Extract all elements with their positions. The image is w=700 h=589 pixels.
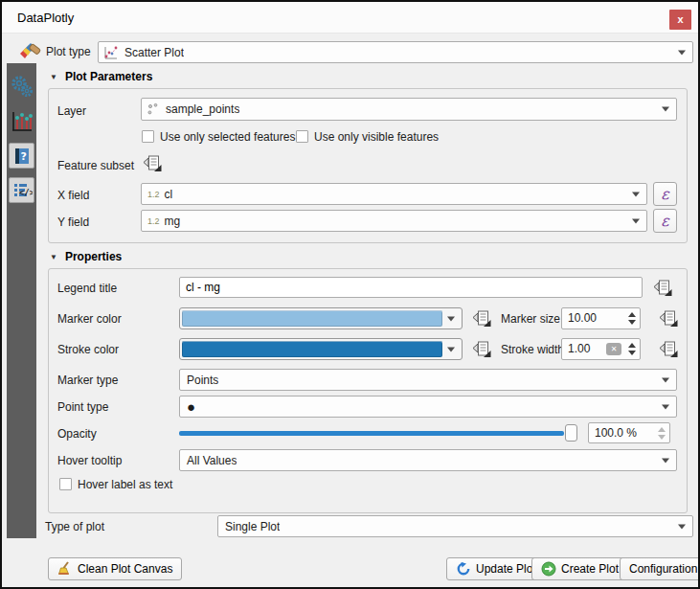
create-plot-button[interactable]: Create Plot bbox=[531, 557, 628, 580]
use-selected-features-label: Use only selected features bbox=[160, 129, 295, 145]
legend-title-data-defined-button[interactable] bbox=[651, 278, 674, 299]
spin-up-icon[interactable] bbox=[628, 343, 636, 348]
marker-type-select[interactable]: Points bbox=[179, 369, 677, 391]
use-visible-features-checkbox[interactable] bbox=[296, 130, 308, 143]
layer-select[interactable]: sample_points bbox=[141, 98, 677, 121]
feature-subset-expression-button[interactable] bbox=[141, 153, 164, 174]
plot-chart-icon[interactable] bbox=[9, 108, 34, 134]
stroke-width-label: Stroke width bbox=[501, 342, 564, 357]
x-field-expression-button[interactable]: ε bbox=[653, 182, 677, 206]
spin-down-icon[interactable] bbox=[658, 435, 666, 440]
svg-text:</>: </> bbox=[18, 188, 32, 197]
properties-header[interactable]: ▼Properties bbox=[50, 250, 122, 263]
clear-value-icon[interactable]: ✕ bbox=[606, 343, 621, 355]
point-type-value: ● bbox=[180, 399, 195, 414]
clean-plot-canvas-label: Clean Plot Canvas bbox=[78, 562, 172, 576]
stroke-color-label: Stroke color bbox=[57, 342, 119, 357]
data-defined-icon bbox=[141, 153, 164, 174]
marker-size-spinbox[interactable]: 10.00 bbox=[561, 307, 641, 329]
data-defined-icon bbox=[651, 278, 674, 299]
layer-label: Layer bbox=[57, 103, 86, 119]
update-plot-label: Update Plot bbox=[476, 562, 536, 576]
chevron-down-icon bbox=[678, 50, 686, 55]
x-field-label: X field bbox=[57, 188, 89, 203]
stroke-color-swatch bbox=[182, 341, 442, 357]
svg-text:?: ? bbox=[20, 150, 26, 163]
legend-title-input[interactable] bbox=[179, 277, 643, 298]
help-book-icon[interactable]: ? bbox=[9, 143, 34, 169]
plot-type-label: Plot type bbox=[46, 44, 91, 59]
go-arrow-icon bbox=[541, 561, 556, 577]
hover-label-as-text-label: Hover label as text bbox=[78, 477, 172, 492]
type-of-plot-label: Type of plot bbox=[45, 519, 104, 534]
stroke-width-value: 1.00 bbox=[568, 339, 590, 359]
stroke-color-button[interactable] bbox=[179, 338, 463, 360]
refresh-icon bbox=[456, 561, 471, 577]
y-field-expression-button[interactable]: ε bbox=[653, 209, 677, 233]
configuration-button[interactable]: Configuration bbox=[620, 557, 700, 580]
chevron-down-icon bbox=[632, 192, 640, 196]
plot-parameters-header[interactable]: ▼Plot Parameters bbox=[50, 70, 152, 83]
window-title: DataPlotly bbox=[17, 2, 74, 34]
x-field-value: cl bbox=[160, 188, 173, 201]
configuration-label: Configuration bbox=[629, 562, 697, 576]
spin-down-icon[interactable] bbox=[628, 320, 636, 325]
spin-down-icon[interactable] bbox=[628, 351, 636, 355]
marker-size-data-defined-button[interactable] bbox=[657, 308, 680, 329]
titlebar[interactable]: DataPlotly x bbox=[2, 2, 698, 34]
hover-tooltip-select[interactable]: All Values bbox=[179, 449, 677, 471]
point-type-select[interactable]: ● bbox=[179, 396, 677, 418]
gears-icon[interactable] bbox=[9, 74, 34, 100]
opacity-slider-track[interactable] bbox=[179, 431, 564, 436]
spin-buttons bbox=[624, 308, 640, 328]
paintbrush-icon bbox=[17, 40, 43, 63]
hover-label-as-text-checkbox[interactable] bbox=[59, 478, 72, 490]
spin-up-icon[interactable] bbox=[658, 427, 666, 432]
close-button[interactable]: x bbox=[669, 10, 691, 30]
y-field-select[interactable]: 1.2 mg bbox=[141, 210, 647, 232]
stroke-width-spinbox[interactable]: 1.00 ✕ bbox=[561, 338, 641, 360]
use-selected-features-checkbox[interactable] bbox=[142, 130, 154, 143]
plot-type-value: Scatter Plot bbox=[119, 46, 184, 59]
marker-color-button[interactable] bbox=[179, 307, 463, 329]
data-defined-icon bbox=[657, 308, 680, 329]
decimal-field-icon: 1.2 bbox=[142, 190, 160, 199]
code-icon[interactable]: </> bbox=[9, 177, 34, 203]
y-field-label: Y field bbox=[57, 215, 89, 230]
spin-buttons bbox=[654, 423, 669, 442]
spin-buttons bbox=[624, 339, 640, 359]
data-defined-icon bbox=[470, 308, 493, 329]
opacity-slider[interactable] bbox=[179, 423, 577, 442]
type-of-plot-value: Single Plot bbox=[218, 520, 280, 533]
opacity-spinbox[interactable]: 100.0 % bbox=[588, 422, 670, 443]
chevron-down-icon bbox=[632, 218, 640, 223]
marker-type-label: Marker type bbox=[57, 373, 118, 388]
chevron-down-icon bbox=[662, 377, 669, 382]
opacity-slider-handle[interactable] bbox=[565, 424, 577, 442]
chevron-down-icon bbox=[678, 524, 686, 529]
data-defined-icon bbox=[657, 339, 680, 360]
marker-type-value: Points bbox=[180, 374, 218, 387]
marker-color-data-defined-button[interactable] bbox=[470, 308, 493, 329]
broom-icon bbox=[57, 561, 73, 577]
decimal-field-icon: 1.2 bbox=[142, 216, 160, 226]
stroke-color-data-defined-button[interactable] bbox=[470, 339, 493, 360]
scatter-plot-icon bbox=[103, 45, 119, 60]
use-visible-features-label: Use only visible features bbox=[314, 129, 439, 145]
properties-title: Properties bbox=[65, 250, 122, 263]
opacity-label: Opacity bbox=[57, 426, 97, 442]
stroke-width-data-defined-button[interactable] bbox=[657, 339, 680, 360]
spin-up-icon[interactable] bbox=[628, 312, 636, 317]
sidebar: ? </> bbox=[7, 63, 36, 538]
chevron-down-icon bbox=[662, 107, 669, 112]
clean-plot-canvas-button[interactable]: Clean Plot Canvas bbox=[48, 557, 182, 580]
opacity-value: 100.0 % bbox=[595, 423, 637, 443]
point-type-label: Point type bbox=[57, 399, 108, 415]
plot-type-select[interactable]: Scatter Plot bbox=[98, 41, 693, 63]
plot-parameters-title: Plot Parameters bbox=[65, 70, 152, 83]
chevron-down-icon bbox=[447, 347, 455, 351]
type-of-plot-select[interactable]: Single Plot bbox=[217, 515, 693, 537]
chevron-down-icon bbox=[662, 458, 669, 463]
chevron-down-icon bbox=[662, 404, 669, 409]
x-field-select[interactable]: 1.2 cl bbox=[141, 183, 647, 205]
